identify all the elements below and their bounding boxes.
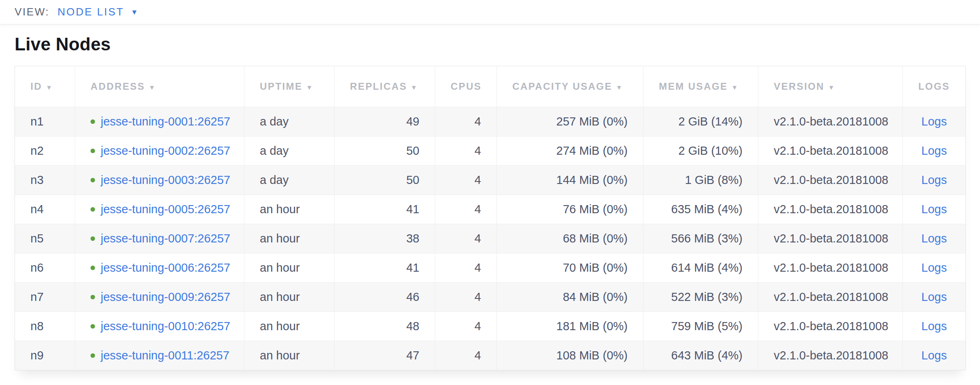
- cell-capacity: 144 MiB (0%): [497, 165, 643, 195]
- logs-link[interactable]: Logs: [922, 290, 947, 303]
- live-status-dot-icon: [91, 149, 95, 153]
- sort-desc-icon: ▼: [46, 84, 53, 91]
- node-address-link[interactable]: jesse-tuning-0009:26257: [101, 290, 230, 304]
- cell-uptime: a day: [244, 136, 335, 165]
- page-title: Live Nodes: [15, 34, 965, 55]
- cell-address: jesse-tuning-0003:26257: [75, 165, 244, 195]
- column-header-uptime[interactable]: UPTIME▼: [244, 66, 335, 107]
- cell-cpus: 4: [435, 107, 497, 136]
- address-cell-content: jesse-tuning-0007:26257: [91, 232, 229, 245]
- cell-address: jesse-tuning-0007:26257: [75, 224, 244, 253]
- cell-cpus: 4: [435, 136, 497, 165]
- cell-capacity: 257 MiB (0%): [497, 107, 643, 136]
- live-status-dot-icon: [91, 119, 95, 124]
- cell-cpus: 4: [435, 165, 497, 195]
- cell-id: n4: [15, 195, 75, 224]
- cell-address: jesse-tuning-0002:26257: [75, 136, 244, 165]
- logs-link[interactable]: Logs: [922, 320, 947, 333]
- cell-version: v2.1.0-beta.20181008: [758, 311, 903, 341]
- cell-address: jesse-tuning-0010:26257: [75, 311, 244, 341]
- cell-replicas: 50: [335, 136, 435, 165]
- node-address-link[interactable]: jesse-tuning-0005:26257: [101, 203, 230, 216]
- table-row: n8jesse-tuning-0010:26257an hour484181 M…: [15, 311, 966, 341]
- cell-mem: 759 MiB (5%): [643, 311, 758, 341]
- cell-capacity: 108 MiB (0%): [497, 341, 643, 370]
- table-row: n1jesse-tuning-0001:26257a day494257 MiB…: [15, 107, 966, 136]
- address-cell-content: jesse-tuning-0010:26257: [91, 320, 229, 333]
- node-address-link[interactable]: jesse-tuning-0003:26257: [101, 173, 230, 187]
- cell-capacity: 76 MiB (0%): [497, 195, 643, 224]
- node-address-link[interactable]: jesse-tuning-0006:26257: [101, 261, 230, 275]
- cell-version: v2.1.0-beta.20181008: [758, 282, 903, 311]
- node-address-link[interactable]: jesse-tuning-0007:26257: [101, 232, 230, 245]
- logs-link[interactable]: Logs: [922, 261, 947, 274]
- address-cell-content: jesse-tuning-0003:26257: [91, 173, 229, 187]
- cell-mem: 635 MiB (4%): [643, 195, 758, 224]
- node-address-link[interactable]: jesse-tuning-0010:26257: [101, 320, 230, 333]
- cell-uptime: an hour: [244, 224, 335, 253]
- logs-link[interactable]: Logs: [922, 203, 947, 216]
- cell-capacity: 181 MiB (0%): [497, 311, 643, 341]
- column-header-label: ID: [30, 81, 42, 92]
- cell-id: n9: [15, 341, 75, 370]
- column-header-version[interactable]: VERSION▼: [758, 66, 903, 107]
- cell-replicas: 48: [335, 311, 435, 341]
- sort-desc-icon: ▼: [306, 84, 313, 91]
- column-header-address[interactable]: ADDRESS▼: [75, 66, 244, 107]
- cell-capacity: 68 MiB (0%): [497, 224, 643, 253]
- cell-cpus: 4: [435, 224, 497, 253]
- live-nodes-table: ID▼ADDRESS▼UPTIME▼REPLICAS▼CPUSCAPACITY …: [15, 66, 966, 370]
- cell-mem: 643 MiB (4%): [643, 341, 758, 370]
- live-status-dot-icon: [91, 295, 95, 299]
- column-header-id[interactable]: ID▼: [15, 66, 75, 107]
- logs-link[interactable]: Logs: [922, 232, 947, 245]
- cell-address: jesse-tuning-0005:26257: [75, 195, 244, 224]
- column-header-label: ADDRESS: [91, 81, 145, 92]
- logs-link[interactable]: Logs: [922, 144, 947, 157]
- view-bar: VIEW: NODE LIST ▼: [0, 0, 980, 24]
- table-row: n5jesse-tuning-0007:26257an hour38468 Mi…: [15, 224, 966, 253]
- cell-version: v2.1.0-beta.20181008: [758, 341, 903, 370]
- live-status-dot-icon: [91, 324, 95, 329]
- cell-logs: Logs: [903, 282, 966, 311]
- column-header-cpus: CPUS: [435, 66, 497, 107]
- column-header-mem[interactable]: MEM USAGE▼: [643, 66, 758, 107]
- cell-logs: Logs: [903, 341, 966, 370]
- cell-uptime: an hour: [244, 195, 335, 224]
- cell-replicas: 46: [335, 282, 435, 311]
- table-row: n2jesse-tuning-0002:26257a day504274 MiB…: [15, 136, 966, 165]
- address-cell-content: jesse-tuning-0009:26257: [91, 290, 229, 304]
- logs-link[interactable]: Logs: [922, 349, 947, 362]
- logs-link[interactable]: Logs: [922, 115, 947, 128]
- cell-uptime: an hour: [244, 311, 335, 341]
- live-status-dot-icon: [91, 236, 95, 241]
- cell-logs: Logs: [903, 311, 966, 341]
- cell-cpus: 4: [435, 253, 497, 282]
- cell-mem: 614 MiB (4%): [643, 253, 758, 282]
- node-address-link[interactable]: jesse-tuning-0002:26257: [101, 144, 230, 158]
- table-header-row: ID▼ADDRESS▼UPTIME▼REPLICAS▼CPUSCAPACITY …: [15, 66, 966, 107]
- column-header-label: LOGS: [918, 81, 950, 92]
- address-cell-content: jesse-tuning-0001:26257: [91, 115, 229, 128]
- cell-cpus: 4: [435, 282, 497, 311]
- cell-address: jesse-tuning-0011:26257: [75, 341, 244, 370]
- table-row: n6jesse-tuning-0006:26257an hour41470 Mi…: [15, 253, 966, 282]
- cell-uptime: a day: [244, 165, 335, 195]
- column-header-label: MEM USAGE: [659, 81, 728, 92]
- cell-cpus: 4: [435, 341, 497, 370]
- node-address-link[interactable]: jesse-tuning-0011:26257: [101, 349, 229, 362]
- cell-capacity: 274 MiB (0%): [497, 136, 643, 165]
- cell-mem: 2 GiB (14%): [643, 107, 758, 136]
- column-header-replicas[interactable]: REPLICAS▼: [335, 66, 435, 107]
- main-content: Live Nodes ID▼ADDRESS▼UPTIME▼REPLICAS▼CP…: [0, 34, 980, 370]
- live-status-dot-icon: [91, 207, 95, 212]
- column-header-capacity[interactable]: CAPACITY USAGE▼: [497, 66, 643, 107]
- cell-logs: Logs: [903, 224, 966, 253]
- column-header-label: UPTIME: [260, 81, 302, 92]
- column-header-label: REPLICAS: [350, 81, 407, 92]
- view-selector-dropdown[interactable]: NODE LIST ▼: [58, 6, 139, 18]
- logs-link[interactable]: Logs: [922, 173, 947, 186]
- cell-version: v2.1.0-beta.20181008: [758, 253, 903, 282]
- node-address-link[interactable]: jesse-tuning-0001:26257: [101, 115, 230, 128]
- cell-cpus: 4: [435, 311, 497, 341]
